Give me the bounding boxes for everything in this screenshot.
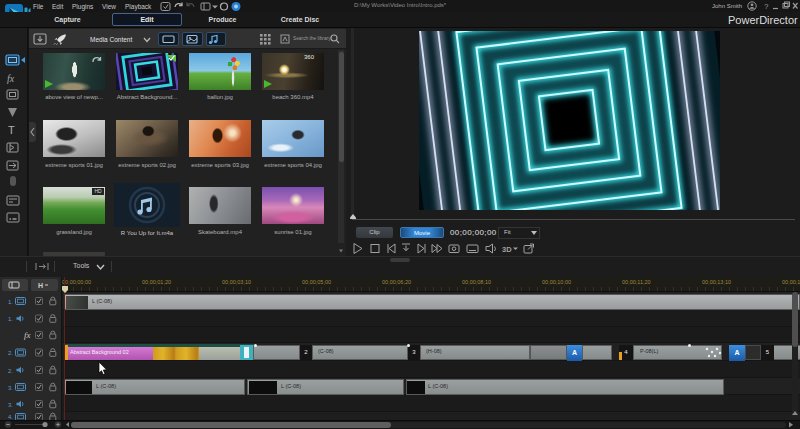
svg-text:H: H — [38, 282, 43, 289]
svg-text:?: ? — [764, 2, 769, 11]
svg-text:3.: 3. — [8, 385, 13, 391]
svg-text:fx: fx — [7, 73, 15, 84]
svg-text:2.: 2. — [8, 350, 13, 356]
svg-text:2.: 2. — [8, 368, 13, 374]
svg-text:fx: fx — [24, 330, 31, 340]
svg-text:1.: 1. — [8, 299, 13, 305]
svg-text:3D: 3D — [502, 245, 512, 254]
svg-text:3.: 3. — [8, 402, 13, 408]
svg-text:T: T — [8, 124, 15, 136]
svg-text:1.: 1. — [8, 316, 13, 322]
